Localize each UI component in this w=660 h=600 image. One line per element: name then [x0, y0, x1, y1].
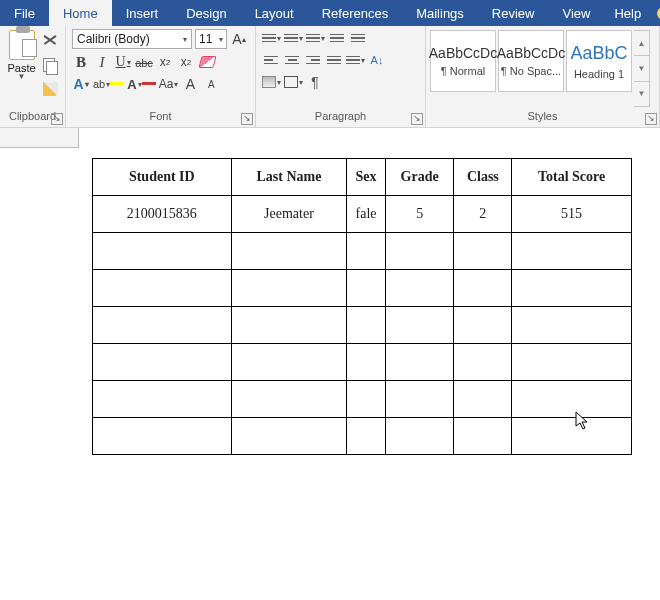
cell[interactable]: [512, 418, 632, 455]
bullets-button[interactable]: ▾: [262, 29, 281, 47]
cell[interactable]: [231, 307, 347, 344]
cell[interactable]: [385, 381, 454, 418]
tab-home[interactable]: Home: [49, 0, 112, 26]
cell[interactable]: [454, 270, 512, 307]
cell[interactable]: [454, 344, 512, 381]
cell[interactable]: 2: [454, 196, 512, 233]
text-effects-button[interactable]: A▾: [72, 75, 90, 93]
line-spacing-button[interactable]: ▾: [346, 51, 365, 69]
styles-launcher[interactable]: ↘: [645, 113, 657, 125]
grow-font-button[interactable]: A▴: [230, 30, 248, 48]
cell[interactable]: [512, 233, 632, 270]
font-color-button[interactable]: A▾: [127, 75, 155, 93]
highlight-button[interactable]: ab▾: [93, 75, 124, 93]
cell[interactable]: [512, 344, 632, 381]
superscript-button[interactable]: x2: [177, 53, 195, 71]
th-last-name[interactable]: Last Name: [231, 159, 347, 196]
tab-references[interactable]: References: [308, 0, 402, 26]
font-launcher[interactable]: ↘: [241, 113, 253, 125]
cell[interactable]: [231, 233, 347, 270]
student-table[interactable]: Student ID Last Name Sex Grade Class Tot…: [92, 158, 632, 455]
paragraph-launcher[interactable]: ↘: [411, 113, 423, 125]
grow-font2-button[interactable]: A: [181, 75, 199, 93]
incr-indent-button[interactable]: [349, 29, 367, 47]
tab-file[interactable]: File: [0, 0, 49, 26]
cell[interactable]: [93, 418, 232, 455]
clipboard-launcher[interactable]: ↘: [51, 113, 63, 125]
tab-help[interactable]: Help: [604, 0, 651, 26]
th-total-score[interactable]: Total Score: [512, 159, 632, 196]
cell[interactable]: [93, 344, 232, 381]
cell[interactable]: fale: [347, 196, 386, 233]
cell[interactable]: Jeemater: [231, 196, 347, 233]
cell[interactable]: [454, 381, 512, 418]
cell[interactable]: [347, 381, 386, 418]
align-right-button[interactable]: [304, 51, 322, 69]
cell[interactable]: [231, 381, 347, 418]
cell[interactable]: [93, 307, 232, 344]
tab-insert[interactable]: Insert: [112, 0, 173, 26]
cell[interactable]: [347, 233, 386, 270]
paste-button[interactable]: Paste ▼: [6, 30, 37, 80]
th-grade[interactable]: Grade: [385, 159, 454, 196]
strikethrough-button[interactable]: [135, 53, 153, 71]
borders-button[interactable]: ▾: [284, 73, 303, 91]
tab-review[interactable]: Review: [478, 0, 549, 26]
font-size-combo[interactable]: 11▾: [195, 29, 227, 49]
cell[interactable]: [512, 381, 632, 418]
clear-formatting-button[interactable]: [198, 53, 216, 71]
cell[interactable]: [454, 233, 512, 270]
cell[interactable]: 2100015836: [93, 196, 232, 233]
cell[interactable]: [93, 270, 232, 307]
numbering-button[interactable]: ▾: [284, 29, 303, 47]
sort-button[interactable]: A↓: [368, 51, 386, 69]
copy-button[interactable]: [41, 56, 59, 74]
cell[interactable]: 515: [512, 196, 632, 233]
bold-button[interactable]: B: [72, 53, 90, 71]
cell[interactable]: [385, 233, 454, 270]
multilevel-button[interactable]: ▾: [306, 29, 325, 47]
cell[interactable]: [385, 344, 454, 381]
cell[interactable]: [231, 418, 347, 455]
tab-design[interactable]: Design: [172, 0, 240, 26]
cell[interactable]: [231, 270, 347, 307]
show-marks-button[interactable]: ¶: [306, 73, 324, 91]
cell[interactable]: [231, 344, 347, 381]
shrink-font-button[interactable]: A: [202, 75, 220, 93]
cell[interactable]: [385, 418, 454, 455]
subscript-button[interactable]: x2: [156, 53, 174, 71]
page[interactable]: Student ID Last Name Sex Grade Class Tot…: [80, 148, 660, 600]
change-case-button[interactable]: Aa▾: [159, 75, 179, 93]
tab-mailings[interactable]: Mailings: [402, 0, 478, 26]
underline-button[interactable]: U▾: [114, 53, 132, 71]
gallery-more[interactable]: ▼: [634, 82, 649, 106]
font-name-combo[interactable]: Calibri (Body)▾: [72, 29, 192, 49]
align-left-button[interactable]: [262, 51, 280, 69]
cell[interactable]: [454, 418, 512, 455]
style-no-spacing[interactable]: AaBbCcDc¶ No Spac...: [498, 30, 564, 92]
gallery-down[interactable]: ▼: [634, 56, 649, 81]
tab-view[interactable]: View: [548, 0, 604, 26]
cell[interactable]: [385, 307, 454, 344]
tell-me[interactable]: T: [651, 0, 660, 26]
style-heading1[interactable]: AaBbCHeading 1: [566, 30, 632, 92]
style-normal[interactable]: AaBbCcDc¶ Normal: [430, 30, 496, 92]
italic-button[interactable]: I: [93, 53, 111, 71]
decr-indent-button[interactable]: [328, 29, 346, 47]
cell[interactable]: [347, 344, 386, 381]
th-student-id[interactable]: Student ID: [93, 159, 232, 196]
cell[interactable]: [512, 307, 632, 344]
justify-button[interactable]: [325, 51, 343, 69]
cut-button[interactable]: [41, 32, 59, 50]
cell[interactable]: [385, 270, 454, 307]
cell[interactable]: 5: [385, 196, 454, 233]
th-sex[interactable]: Sex: [347, 159, 386, 196]
format-painter-button[interactable]: [41, 80, 59, 98]
shading-button[interactable]: ▾: [262, 73, 281, 91]
cell[interactable]: [512, 270, 632, 307]
align-center-button[interactable]: [283, 51, 301, 69]
cell[interactable]: [347, 307, 386, 344]
tab-layout[interactable]: Layout: [241, 0, 308, 26]
cell[interactable]: [93, 381, 232, 418]
cell[interactable]: [347, 418, 386, 455]
